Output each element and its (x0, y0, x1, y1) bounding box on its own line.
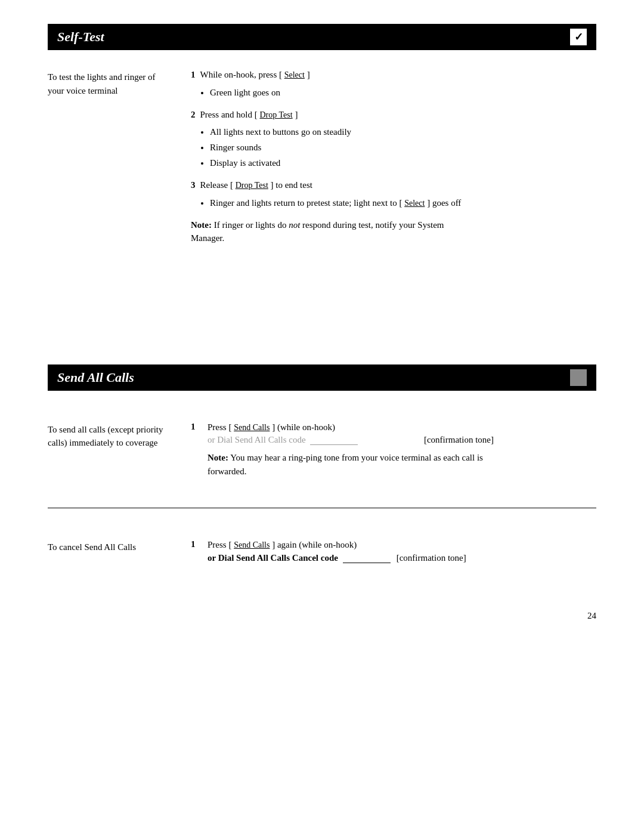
send-all-calls-title: Send All Calls (57, 370, 134, 385)
send-calls-key-1: Send Calls (234, 423, 270, 432)
self-test-title: Self-Test (57, 29, 104, 45)
self-test-description: To test the lights and ringer of your vo… (48, 68, 167, 245)
checkbox-icon: ✓ (570, 29, 587, 45)
send-row-1-instructions: 1 Press [ Send Calls ] (while on-hook) o… (191, 421, 596, 478)
step-1-bullets: Green light goes on (210, 85, 596, 100)
step-1-number: 1 (191, 70, 196, 80)
bullet-2-1: All lights next to buttons go on steadil… (210, 125, 596, 139)
self-test-note: Note: If ringer or lights do not respond… (191, 218, 477, 245)
send-step-2-line: Press [ Send Calls ] again (while on-hoo… (208, 538, 466, 552)
send-step-2-number: 1 (191, 538, 203, 549)
send-step-1: 1 Press [ Send Calls ] (while on-hook) o… (191, 421, 596, 478)
bullet-2-2: Ringer sounds (210, 140, 596, 155)
send-step-2-text: Press [ Send Calls ] again (while on-hoo… (208, 540, 357, 549)
note-italic-text: not (289, 220, 300, 230)
bullet-1-1: Green light goes on (210, 85, 596, 100)
send-all-calls-section: Send All Calls To send all calls (except… (48, 364, 596, 575)
dial-code-label-1: or Dial Send All Calls code (208, 435, 358, 445)
step-3-bullets: Ringer and lights return to pretest stat… (210, 196, 596, 210)
send-step-1-code: or Dial Send All Calls code [confirmatio… (208, 435, 494, 445)
send-step-1-number: 1 (191, 421, 203, 432)
step-1-text: While on-hook, press [ Select ] (200, 68, 310, 82)
self-test-content: To test the lights and ringer of your vo… (48, 68, 596, 245)
step-2-text: Press and hold [ Drop Test ] (200, 108, 298, 122)
self-test-header: Self-Test ✓ (48, 24, 596, 50)
step-3-text: Release [ Drop Test ] to end test (200, 178, 312, 192)
step-3-number: 3 (191, 180, 196, 190)
step-3-line: 3 Release [ Drop Test ] to end test (191, 178, 596, 192)
confirmation-tone-2: [confirmation tone] (397, 553, 466, 563)
send-row-2-instructions: 1 Press [ Send Calls ] again (while on-h… (191, 538, 596, 563)
step-2-line: 2 Press and hold [ Drop Test ] (191, 108, 596, 122)
send-step-1-text: Press [ Send Calls ] (while on-hook) (208, 422, 335, 432)
drop-test-key-2: Drop Test (236, 181, 268, 190)
step-1-line: 1 While on-hook, press [ Select ] (191, 68, 596, 82)
send-step-1-content: Press [ Send Calls ] (while on-hook) or … (208, 421, 494, 478)
step-2: 2 Press and hold [ Drop Test ] All light… (191, 108, 596, 171)
send-step-2-content: Press [ Send Calls ] again (while on-hoo… (208, 538, 466, 563)
send-row-2-description: To cancel Send All Calls (48, 538, 167, 563)
check-mark: ✓ (574, 32, 583, 42)
section-divider (48, 508, 596, 508)
send-row-1-description: To send all calls (except priority calls… (48, 421, 167, 478)
send-step-2: 1 Press [ Send Calls ] again (while on-h… (191, 538, 596, 563)
step-3: 3 Release [ Drop Test ] to end test Ring… (191, 178, 596, 210)
step-1: 1 While on-hook, press [ Select ] Green … (191, 68, 596, 100)
step-2-number: 2 (191, 110, 196, 120)
send-step-1-line: Press [ Send Calls ] (while on-hook) (208, 421, 494, 434)
section-spacer (48, 257, 596, 364)
page-container: Self-Test ✓ To test the lights and ringe… (48, 24, 596, 621)
send-step-2-code: or Dial Send All Calls Cancel code [conf… (208, 553, 466, 563)
square-icon (570, 369, 587, 386)
note-text-1: If ringer or lights do (214, 220, 289, 230)
self-test-instructions: 1 While on-hook, press [ Select ] Green … (191, 68, 596, 245)
send-calls-key-2: Send Calls (234, 540, 270, 549)
bullet-2-3: Display is activated (210, 156, 596, 170)
note-label: Note: (191, 220, 212, 230)
send-row-2: To cancel Send All Calls 1 Press [ Send … (48, 526, 596, 575)
bullet-3-1: Ringer and lights return to pretest stat… (210, 196, 596, 210)
page-number: 24 (48, 611, 596, 621)
self-test-section: Self-Test ✓ To test the lights and ringe… (48, 24, 596, 245)
dial-cancel-label: or Dial Send All Calls Cancel code (208, 553, 391, 563)
step-2-bullets: All lights next to buttons go on steadil… (210, 125, 596, 170)
send-row-1: To send all calls (except priority calls… (48, 409, 596, 490)
drop-test-key-1: Drop Test (260, 110, 293, 119)
send-row-1-note: Note: You may hear a ring-ping tone from… (208, 451, 494, 478)
select-key-1: Select (284, 70, 305, 79)
fill-line-2 (343, 563, 391, 563)
confirmation-tone-1: [confirmation tone] (424, 435, 494, 445)
send-note-text-1: You may hear a ring-ping tone from your … (208, 453, 483, 476)
send-all-calls-header: Send All Calls (48, 364, 596, 391)
fill-line-1 (310, 444, 358, 445)
select-key-2: Select (404, 199, 425, 208)
send-note-label-1: Note: (208, 453, 228, 462)
